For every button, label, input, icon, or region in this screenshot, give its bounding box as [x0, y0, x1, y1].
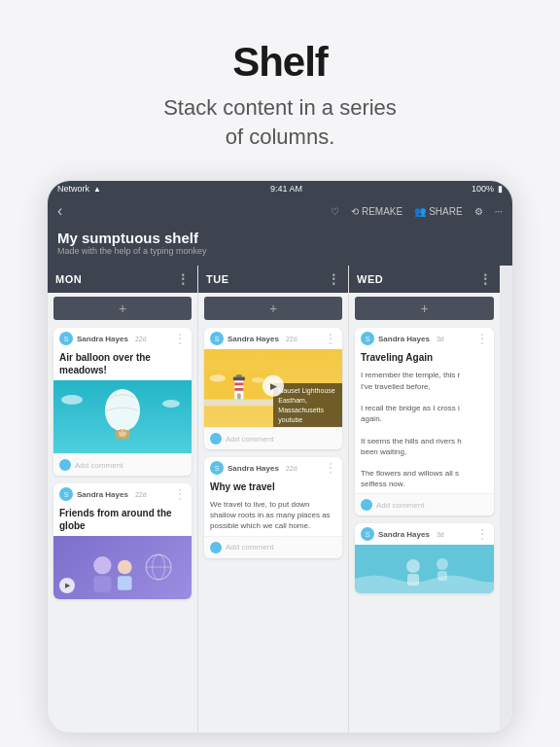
battery-label: 100%	[472, 184, 494, 194]
svg-rect-19	[234, 388, 243, 391]
col-dots-mon[interactable]: ⋮	[176, 271, 191, 287]
username-wed2: Sandra Hayes	[378, 530, 430, 539]
card-title-friends: Friends from around the globe	[53, 505, 192, 536]
svg-rect-28	[438, 571, 447, 581]
back-button[interactable]: ‹	[57, 202, 62, 220]
comment-placeholder-wed1: Add comment	[376, 501, 424, 510]
card-title-wed1: Traveling Again	[355, 349, 494, 368]
columns-area: MON ⋮ + S Sandra Hayes 22d ⋮ Air balloon…	[48, 266, 512, 732]
play-btn-lighthouse[interactable]: ▶	[262, 375, 284, 397]
username-wed1: Sandra Hayes	[378, 335, 430, 343]
status-bar: Network ▲ 9:41 AM 100% ▮	[48, 181, 512, 196]
gear-button[interactable]: ⚙	[474, 206, 483, 217]
card-dots-tue1[interactable]: ⋮	[325, 332, 336, 345]
card-user-row-friends: S Sandra Hayes 22d ⋮	[53, 483, 192, 505]
svg-point-6	[122, 429, 125, 432]
remake-button[interactable]: ⟲ REMAKE	[351, 206, 402, 217]
more-button[interactable]: ···	[495, 206, 503, 217]
svg-point-9	[118, 560, 132, 575]
svg-rect-18	[234, 383, 243, 386]
comment-avatar-wed1	[361, 499, 372, 511]
card-dots-wed1[interactable]: ⋮	[476, 332, 488, 345]
share-button[interactable]: 👥 SHARE	[414, 206, 462, 217]
remake-icon: ⟲	[351, 206, 359, 217]
nav-actions: ♡ ⟲ REMAKE 👥 SHARE ⚙ ···	[331, 206, 503, 217]
svg-rect-10	[118, 577, 132, 591]
heart-icon: ♡	[331, 206, 339, 217]
comment-placeholder-tue2: Add comment	[226, 543, 273, 551]
card-user-row-wed2: S Sandra Hayes 3d ⋮	[355, 523, 494, 545]
svg-rect-23	[204, 400, 273, 407]
card-dots-mon1[interactable]: ⋮	[174, 332, 186, 345]
svg-rect-8	[93, 577, 111, 592]
card-body-wed1: I remember the temple, this r I've trave…	[355, 368, 494, 493]
card-dots-mon2[interactable]: ⋮	[174, 487, 186, 501]
card-lighthouse: S Sandra Hayes 22d ⋮	[204, 328, 342, 449]
avatar-tue1: S	[210, 332, 224, 345]
comment-placeholder-mon1: Add comment	[75, 461, 122, 470]
username-tue1: Sandra Hayes	[228, 335, 279, 343]
shelf-title-area: My sumptuous shelf Made with the help of…	[48, 226, 512, 266]
top-nav: ‹ ♡ ⟲ REMAKE 👥 SHARE ⚙ ···	[48, 196, 512, 226]
wifi-icon: ▲	[93, 185, 101, 194]
svg-rect-22	[237, 394, 241, 400]
lighthouse-caption: Nauset LighthouseEastham, Massachusettsy…	[273, 383, 342, 427]
card-dots-tue2[interactable]: ⋮	[325, 461, 336, 475]
network-label: Network	[57, 184, 89, 194]
add-btn-tue[interactable]: +	[204, 297, 342, 320]
column-wed: WED ⋮ + S Sandra Hayes 3d ⋮ Traveling Ag…	[349, 266, 500, 732]
lighthouse-image: ▶ Nauset LighthouseEastham, Massachusett…	[204, 349, 342, 427]
card-comment-mon1[interactable]: Add comment	[53, 453, 192, 476]
card-comment-wed1[interactable]: Add comment	[355, 493, 494, 516]
page-subtitle: Stack content in a seriesof columns.	[163, 93, 397, 151]
heart-button[interactable]: ♡	[331, 206, 339, 217]
card-user-row-lh: S Sandra Hayes 22d ⋮	[204, 328, 342, 349]
col-header-tue: TUE ⋮	[198, 266, 348, 293]
column-tue: TUE ⋮ + S Sandra Hayes 22d ⋮	[198, 266, 349, 732]
battery-icon: ▮	[498, 184, 503, 194]
col-header-wed: WED ⋮	[349, 266, 500, 293]
add-btn-mon[interactable]: +	[53, 297, 192, 320]
col-title-mon: MON	[55, 273, 82, 285]
shelf-subtitle: Made with the help of a typing monkey	[57, 246, 503, 256]
card-wed-bottom: S Sandra Hayes 3d ⋮	[355, 523, 494, 593]
card-dots-wed2[interactable]: ⋮	[476, 527, 488, 541]
svg-rect-26	[407, 574, 419, 586]
card-traveling-again: S Sandra Hayes 3d ⋮ Traveling Again I re…	[355, 328, 494, 516]
page-header: Shelf Stack content in a seriesof column…	[144, 0, 416, 170]
add-btn-wed[interactable]: +	[355, 297, 494, 320]
card-title-travel: Why we travel	[204, 479, 342, 497]
time-mon2: 22d	[135, 491, 147, 498]
card-travel: S Sandra Hayes 22d ⋮ Why we travel We tr…	[204, 457, 342, 557]
page-title: Shelf	[163, 39, 397, 86]
more-icon: ···	[495, 206, 503, 217]
time-tue2: 22d	[286, 465, 298, 472]
avatar-mon2: S	[59, 487, 73, 501]
balloon-image	[53, 380, 192, 453]
wed-bottom-image	[355, 545, 494, 593]
shelf-title: My sumptuous shelf	[57, 230, 503, 246]
avatar-mon1: S	[59, 332, 73, 345]
svg-rect-21	[236, 375, 242, 378]
column-mon: MON ⋮ + S Sandra Hayes 22d ⋮ Air balloon…	[48, 266, 198, 732]
remake-label: REMAKE	[362, 206, 402, 217]
card-comment-tue1[interactable]: Add comment	[204, 427, 342, 449]
device-frame: Network ▲ 9:41 AM 100% ▮ ‹ ♡ ⟲ REMAKE 👥 …	[47, 180, 513, 733]
card-comment-tue2[interactable]: Add comment	[204, 536, 342, 558]
friends-image: ▶	[53, 536, 192, 599]
avatar-wed2: S	[361, 527, 374, 541]
col-dots-wed[interactable]: ⋮	[478, 271, 493, 287]
time-wed1: 3d	[437, 336, 444, 342]
gear-icon: ⚙	[474, 206, 483, 217]
comment-avatar-tue2	[210, 542, 222, 553]
svg-point-7	[93, 556, 111, 574]
col-dots-tue[interactable]: ⋮	[327, 271, 341, 287]
card-user-row-wed1: S Sandra Hayes 3d ⋮	[355, 328, 494, 349]
comment-placeholder-tue1: Add comment	[226, 435, 273, 444]
time-tue1: 22d	[286, 336, 298, 342]
username-mon2: Sandra Hayes	[77, 490, 128, 499]
time-wed2: 3d	[437, 531, 444, 538]
comment-avatar-tue1	[210, 433, 222, 445]
col-header-mon: MON ⋮	[48, 266, 197, 293]
svg-rect-20	[233, 377, 245, 381]
